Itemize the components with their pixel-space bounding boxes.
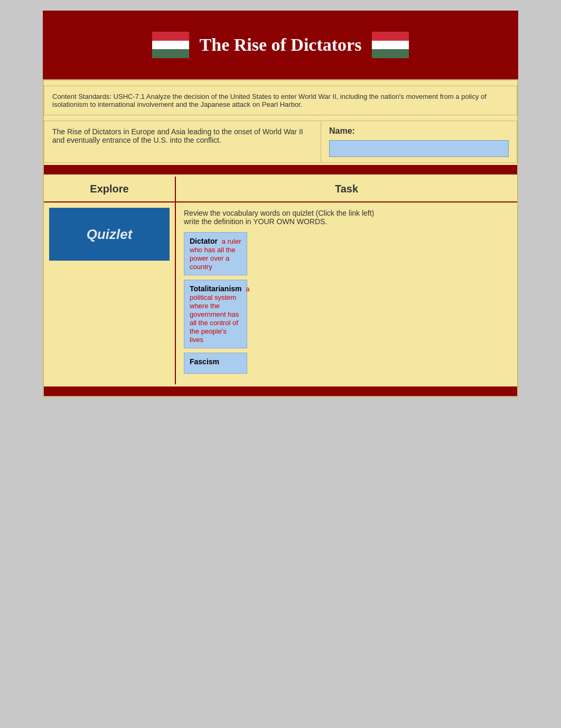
- vocab-item-fascism: Fascism: [184, 353, 247, 374]
- standards-box: Content Standards: USHC-7.1 Analyze the …: [44, 86, 517, 115]
- explore-panel: Quizlet: [44, 202, 176, 384]
- quizlet-link[interactable]: Quizlet: [49, 208, 170, 261]
- name-panel: Name:: [321, 121, 517, 162]
- separator-1: [44, 165, 517, 174]
- content-body: Quizlet Review the vocabulary words on q…: [44, 202, 517, 384]
- description-panel: The Rise of Dictators in Europe and Asia…: [44, 121, 321, 162]
- vocab-word-2: Totalitarianism: [190, 284, 246, 293]
- vocab-word-3: Fascism: [190, 357, 219, 366]
- svg-rect-1: [152, 41, 189, 49]
- svg-rect-3: [372, 32, 409, 41]
- flag-left-icon: [152, 32, 189, 58]
- page-title: The Rise of Dictators: [200, 35, 362, 55]
- vocab-def-2: a political system where the government …: [190, 285, 250, 344]
- task-instruction: Review the vocabulary words on quizlet (…: [184, 209, 509, 226]
- separator-bottom: [44, 386, 517, 396]
- name-label: Name:: [329, 126, 509, 136]
- task-panel: Review the vocabulary words on quizlet (…: [176, 202, 517, 384]
- description-text: The Rise of Dictators in Europe and Asia…: [52, 127, 303, 144]
- page-header: The Rise of Dictators: [43, 11, 518, 79]
- standards-text: Content Standards: USHC-7.1 Analyze the …: [52, 93, 487, 108]
- svg-rect-2: [152, 49, 189, 58]
- vocab-word-1: Dictator: [190, 237, 222, 245]
- svg-rect-4: [372, 41, 409, 49]
- explore-header: Explore: [44, 177, 176, 202]
- svg-rect-0: [152, 32, 189, 41]
- flag-right-icon: [372, 32, 409, 58]
- content-header: Explore Task: [44, 177, 517, 202]
- vocab-item-dictator: Dictator a ruler who has all the power o…: [184, 232, 247, 275]
- name-input[interactable]: [329, 140, 509, 157]
- quizlet-label: Quizlet: [87, 226, 133, 243]
- info-row: The Rise of Dictators in Europe and Asia…: [44, 121, 517, 163]
- task-header: Task: [176, 177, 517, 202]
- vocab-item-totalitarianism: Totalitarianism a political system where…: [184, 280, 247, 348]
- svg-rect-5: [372, 49, 409, 58]
